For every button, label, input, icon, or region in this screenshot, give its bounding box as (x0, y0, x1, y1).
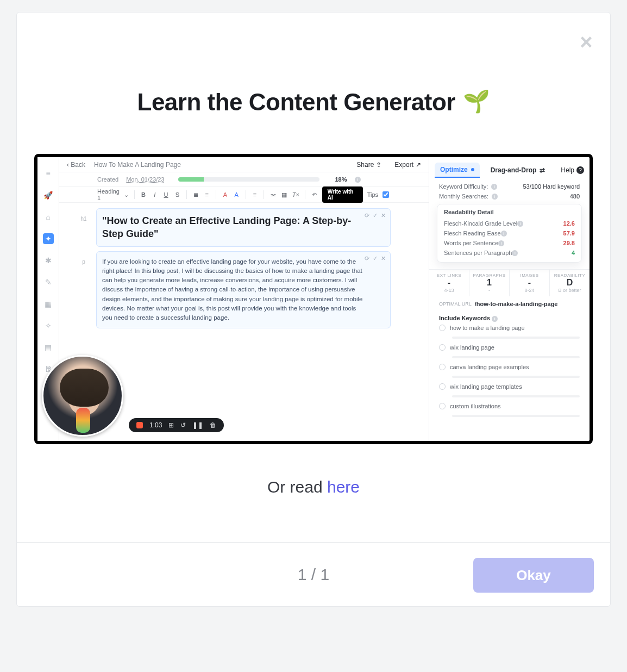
tab-optimize[interactable]: Optimize (435, 163, 480, 178)
or-read-line: Or read here (17, 478, 610, 496)
help-icon: ? (576, 166, 584, 174)
video-preview[interactable]: ≡ 🚀 ⌂ ✦ ✱ ✎ ▦ ✧ ▤ 🖺 ☻ ⌕ ‹ Back How To Ma… (34, 154, 593, 444)
radio-icon (439, 325, 446, 331)
refresh-icon[interactable]: ⟳ (365, 212, 369, 219)
share-button[interactable]: Share ⇪ (356, 161, 381, 169)
info-icon[interactable]: i (492, 316, 498, 322)
keyword-text: wix landing page (450, 344, 494, 351)
keyword-progress (439, 334, 580, 341)
editor-area: ‹ Back How To Make A Landing Page Share … (59, 157, 429, 441)
progress-bar (178, 177, 319, 182)
created-date: Mon, 01/23/23 (126, 176, 164, 183)
write-with-ai-button[interactable]: Write with AI (322, 186, 363, 203)
align-icon[interactable]: ≡ (252, 191, 259, 198)
wand-icon[interactable]: ✦ (43, 233, 54, 244)
stat-readability: READABILITY D B or better (550, 270, 590, 296)
link-icon[interactable]: ⫘ (269, 191, 277, 198)
recording-controls: 1:03 ⊞ ↺ ❚❚ 🗑 (129, 418, 224, 432)
p-block[interactable]: ⟳✓✕ If you are looking to create an effe… (96, 251, 391, 329)
image-insert-icon[interactable]: ▦ (281, 191, 288, 198)
onboarding-modal: × Learn the Content Generator 🌱 ≡ 🚀 ⌂ ✦ … (16, 12, 611, 607)
keyword-text: wix landing page templates (450, 383, 522, 390)
optimize-panel: Optimize Drag-and-Drop ⇄ Help? Keyword D… (429, 157, 590, 441)
modal-title: Learn the Content Generator 🌱 (17, 89, 610, 116)
chevron-down-icon: ⌄ (124, 191, 129, 198)
keyword-text: canva landing page examples (450, 364, 529, 370)
monthly-searches-value: 480 (570, 193, 580, 200)
keyword-item[interactable]: custom illustrations (439, 400, 580, 412)
menu-icon[interactable]: ≡ (43, 168, 54, 179)
highlight-icon[interactable]: A (233, 191, 240, 198)
bulb-icon[interactable]: ✧ (43, 320, 54, 331)
grid-icon[interactable]: ⊞ (168, 421, 174, 429)
clear-format-icon[interactable]: T× (292, 191, 299, 198)
modal-title-text: Learn the Content Generator (137, 89, 455, 116)
keyword-item[interactable]: wix landing page (439, 341, 580, 353)
rocket-icon[interactable]: 🚀 (43, 190, 54, 201)
keyword-item[interactable]: wix landing page templates (439, 381, 580, 393)
list-ol-icon[interactable]: ≣ (192, 191, 199, 198)
heading-select[interactable]: Heading 1 ⌄ (97, 188, 129, 201)
monthly-searches-row: Monthly Searches:i 480 (439, 193, 580, 200)
home-icon[interactable]: ⌂ (43, 211, 54, 222)
keyword-progress (439, 412, 580, 420)
atom-icon[interactable]: ✱ (43, 255, 54, 266)
trash-icon[interactable]: 🗑 (210, 421, 216, 429)
close-block-icon[interactable]: ✕ (381, 255, 386, 262)
close-button[interactable]: × (574, 31, 598, 55)
keyword-item[interactable]: how to make a landing page (439, 322, 580, 334)
readability-title: Readability Detail (444, 209, 575, 215)
presenter-avatar (42, 355, 123, 437)
info-icon[interactable]: i (501, 231, 507, 237)
tab-drag-and-drop[interactable]: Drag-and-Drop ⇄ (485, 163, 551, 177)
app-frame: ≡ 🚀 ⌂ ✦ ✱ ✎ ▦ ✧ ▤ 🖺 ☻ ⌕ ‹ Back How To Ma… (37, 157, 590, 441)
info-icon[interactable]: i (355, 177, 361, 183)
modal-footer: 1 / 1 Okay (17, 542, 610, 606)
refresh-icon[interactable]: ⟳ (365, 255, 369, 262)
tips-checkbox[interactable] (383, 191, 389, 198)
info-icon[interactable]: i (492, 194, 498, 200)
export-icon: ↗ (416, 161, 421, 169)
image-icon[interactable]: ▦ (43, 298, 54, 309)
or-read-link[interactable]: here (327, 478, 360, 496)
shuffle-icon: ⇄ (540, 166, 545, 174)
text-color-icon[interactable]: A (222, 191, 229, 198)
check-icon[interactable]: ✓ (373, 212, 378, 219)
include-keywords: Include Keywords i how to make a landing… (429, 312, 590, 420)
stat-grid: EXT LINKS - 4-13 PARAGRAPHS 1 - IMAGES -… (429, 269, 590, 296)
info-icon[interactable]: i (491, 184, 497, 190)
stat-ext-links: EXT LINKS - 4-13 (429, 270, 469, 296)
p-text: If you are looking to create an effectiv… (102, 257, 363, 323)
close-block-icon[interactable]: ✕ (381, 212, 386, 219)
edit-icon[interactable]: ✎ (43, 277, 54, 288)
restart-icon[interactable]: ↺ (180, 421, 186, 429)
record-indicator-icon (136, 422, 143, 428)
created-label: Created (97, 176, 118, 183)
h1-text: "How to Create an Effective Landing Page… (102, 214, 363, 241)
keyword-progress (439, 393, 580, 400)
italic-icon[interactable]: I (151, 191, 158, 198)
keyword-item[interactable]: canva landing page examples (439, 361, 580, 373)
underline-icon[interactable]: U (162, 191, 170, 198)
okay-button[interactable]: Okay (473, 558, 594, 593)
back-button[interactable]: ‹ Back (67, 161, 85, 169)
h1-block[interactable]: ⟳✓✕ "How to Create an Effective Landing … (96, 208, 391, 247)
info-icon[interactable]: i (498, 240, 504, 246)
info-icon[interactable]: i (512, 250, 518, 256)
pause-icon[interactable]: ❚❚ (192, 421, 203, 429)
radio-icon (439, 383, 446, 390)
info-icon[interactable]: i (517, 221, 523, 227)
list-ul-icon[interactable]: ≡ (203, 191, 210, 198)
bold-icon[interactable]: B (140, 191, 147, 198)
help-button[interactable]: Help? (561, 166, 584, 174)
document-body: h1 ⟳✓✕ "How to Create an Effective Landi… (59, 203, 429, 328)
undo-icon[interactable]: ↶ (311, 191, 318, 198)
share-icon: ⇪ (376, 161, 381, 169)
cards-icon[interactable]: ▤ (43, 342, 54, 353)
check-icon[interactable]: ✓ (373, 255, 378, 262)
or-read-prefix: Or read (267, 478, 327, 496)
strike-icon[interactable]: S (174, 191, 181, 198)
tips-toggle[interactable]: Tips (367, 190, 391, 200)
radio-icon (439, 403, 446, 409)
export-button[interactable]: Export ↗ (394, 161, 421, 169)
